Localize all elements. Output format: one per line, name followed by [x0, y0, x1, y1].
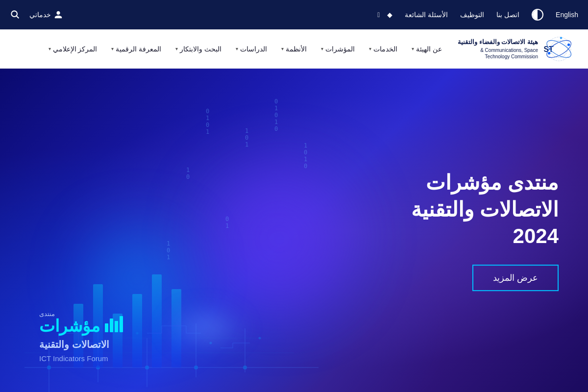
logo-english-name: Communications, Space &Technology Commis…	[458, 47, 538, 60]
svg-rect-26	[132, 294, 142, 368]
binary-float-1: 0101	[206, 108, 209, 135]
hero-logo-branding: منتدى مؤشرات الاتصالات والتقنية ICT Indi…	[39, 310, 123, 363]
nav-label-media: المركز الإعلامي	[53, 45, 98, 53]
android-icon[interactable]: ◆	[387, 11, 392, 19]
apple-icon[interactable]: 	[377, 11, 380, 19]
top-bar-left: خدماتي	[10, 9, 63, 21]
nav-arrow-studies: ▾	[236, 46, 238, 51]
nav-label-research: البحث والابتكار	[180, 45, 221, 53]
nav-label-digital: المعرفة الرقمية	[116, 45, 161, 53]
svg-rect-36	[120, 316, 123, 332]
search-button[interactable]	[10, 9, 20, 21]
svg-point-32	[259, 337, 261, 340]
svg-line-1	[17, 16, 19, 18]
contrast-toggle[interactable]	[532, 9, 543, 21]
svg-rect-27	[152, 274, 162, 368]
nav-arrow-about: ▾	[412, 46, 414, 51]
binary-float-4: 10	[186, 167, 190, 180]
binary-float-5: 1010	[304, 142, 307, 170]
hero-title-line2: الاتصالات والتقنية	[411, 196, 559, 223]
nav-item-services[interactable]: الخدمات ▾	[363, 41, 403, 57]
brand-text: منتدى مؤشرات	[39, 310, 100, 334]
svg-rect-35	[115, 321, 118, 332]
svg-point-8	[548, 52, 550, 54]
hero-section: 0101 101 01010 10 1010 01 101	[0, 69, 588, 392]
nav-label-services: الخدمات	[373, 45, 397, 53]
circuit-svg	[0, 196, 343, 392]
svg-point-18	[47, 366, 51, 369]
hero-logo-en: ICT Indicators Forum	[39, 354, 123, 363]
top-bar-right: English اتصل بنا التوظيف الأسئلة الشائعة…	[377, 9, 578, 21]
nav-item-research[interactable]: البحث والابتكار ▾	[170, 41, 227, 57]
nav-item-digital[interactable]: المعرفة الرقمية ▾	[105, 41, 167, 57]
language-toggle[interactable]: English	[556, 11, 578, 19]
hero-title-line3: 2024	[411, 223, 559, 250]
nav-item-indicators[interactable]: المؤشرات ▾	[315, 41, 361, 57]
top-bar: English اتصل بنا التوظيف الأسئلة الشائعة…	[0, 0, 588, 29]
svg-rect-33	[105, 323, 108, 332]
hero-title-line1: منتدى مؤشرات	[411, 170, 559, 196]
hero-title: منتدى مؤشرات الاتصالات والتقنية 2024	[411, 170, 559, 250]
binary-float-3: 01010	[274, 98, 278, 132]
svg-point-0	[11, 11, 17, 17]
brand-bars-icon	[104, 311, 123, 333]
svg-point-22	[243, 366, 247, 369]
nav-item-media[interactable]: المركز الإعلامي ▾	[43, 41, 103, 57]
center-glow	[162, 304, 250, 353]
svg-point-21	[194, 366, 198, 369]
svg-point-9	[560, 37, 562, 39]
jobs-link[interactable]: التوظيف	[460, 11, 484, 19]
hero-logo-subtitle: الاتصالات والتقنية	[39, 337, 123, 352]
user-icon	[54, 10, 63, 19]
hero-brand-row: منتدى مؤشرات	[39, 310, 123, 334]
user-account-button[interactable]: خدماتي	[29, 10, 63, 19]
logo-area[interactable]: CST هيئة الاتصالات والفضاء والتقنية Comm…	[458, 33, 578, 65]
nav-label-systems: الأنظمة	[286, 45, 307, 53]
nav-arrow-digital: ▾	[111, 46, 114, 51]
nav-item-about[interactable]: عن الهيئة ▾	[406, 41, 448, 57]
faq-link[interactable]: الأسئلة الشائعة	[405, 11, 448, 19]
nav-arrow-media: ▾	[49, 46, 51, 51]
brand-main: مؤشرات	[39, 318, 100, 334]
nav-arrow-indicators: ▾	[321, 46, 323, 51]
nav-label-about: عن الهيئة	[416, 45, 442, 53]
search-icon	[10, 9, 20, 19]
svg-point-20	[145, 366, 149, 369]
logo-text-group: هيئة الاتصالات والفضاء والتقنية Communic…	[458, 38, 538, 59]
nav-label-studies: الدراسات	[240, 45, 267, 53]
svg-point-30	[136, 332, 139, 335]
svg-rect-34	[110, 318, 113, 332]
contact-link[interactable]: اتصل بنا	[496, 11, 519, 19]
main-nav: CST هيئة الاتصالات والفضاء والتقنية Comm…	[0, 29, 588, 69]
user-label: خدماتي	[29, 11, 51, 19]
mobile-icons-group: ◆ 	[377, 11, 392, 19]
logo-arabic-name: هيئة الاتصالات والفضاء والتقنية	[458, 38, 538, 47]
nav-arrow-services: ▾	[369, 46, 371, 51]
cst-logo: CST	[544, 33, 578, 65]
nav-label-indicators: المؤشرات	[325, 45, 355, 53]
binary-float-2: 101	[245, 127, 248, 148]
nav-arrow-research: ▾	[175, 46, 178, 51]
svg-point-7	[567, 44, 570, 46]
nav-arrow-systems: ▾	[281, 46, 284, 51]
hero-content: منتدى مؤشرات الاتصالات والتقنية 2024 عرض…	[411, 170, 559, 291]
nav-item-systems[interactable]: الأنظمة ▾	[275, 41, 313, 57]
nav-item-studies[interactable]: الدراسات ▾	[230, 41, 273, 57]
main-nav-menu: عن الهيئة ▾ الخدمات ▾ المؤشرات ▾ الأنظمة…	[10, 41, 458, 57]
hero-more-button[interactable]: عرض المزيد	[472, 265, 559, 291]
